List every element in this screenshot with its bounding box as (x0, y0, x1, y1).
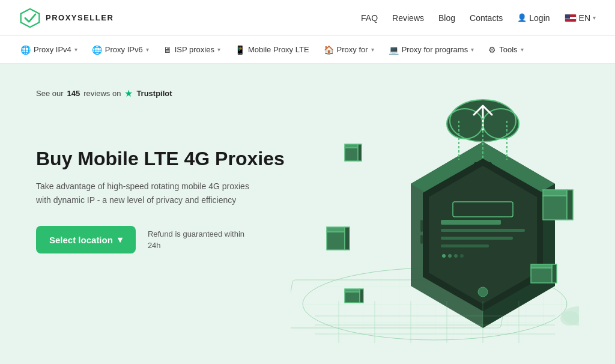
trustpilot-brand[interactable]: Trustpilot (136, 89, 172, 98)
svg-rect-28 (345, 227, 350, 250)
desktop-icon: 💻 (389, 45, 399, 55)
svg-rect-16 (420, 235, 423, 244)
faq-link[interactable]: FAQ (361, 13, 378, 23)
hero-content: Buy Mobile LTE 4G Proxies Take advantage… (36, 147, 288, 253)
svg-point-11 (460, 254, 464, 258)
svg-rect-35 (345, 292, 360, 303)
svg-rect-33 (552, 264, 557, 283)
svg-rect-4 (441, 220, 501, 225)
chevron-icon: ▾ (471, 46, 474, 53)
reviews-link[interactable]: Reviews (392, 13, 424, 23)
svg-rect-34 (531, 264, 552, 268)
chevron-icon: ▾ (371, 46, 374, 53)
refund-text: Refund is guaranteed within 24h (148, 228, 244, 252)
hero-illustration (291, 88, 579, 348)
chevron-icon: ▾ (146, 46, 149, 53)
hero-title: Buy Mobile LTE 4G Proxies (36, 147, 288, 170)
chevron-icon: ▾ (521, 46, 524, 53)
home-icon: 🏠 (324, 45, 334, 55)
svg-point-10 (454, 254, 458, 258)
nav-proxy-programs[interactable]: 💻 Proxy for programs ▾ (383, 41, 480, 58)
trustpilot-suffix: reviews on (83, 89, 121, 98)
language-selector[interactable]: EN ▾ (565, 13, 596, 23)
svg-marker-0 (21, 8, 40, 27)
svg-point-39 (560, 311, 579, 326)
hero-section: See our 145 reviews on ★ Trustpilot Buy … (0, 64, 615, 364)
server-icon: 🖥 (163, 45, 172, 55)
svg-rect-31 (567, 190, 573, 220)
mobile-proxy-illustration (291, 88, 579, 346)
svg-rect-30 (543, 190, 567, 196)
site-header: PROXYSELLER FAQ Reviews Blog Contacts 👤 … (0, 0, 615, 36)
svg-rect-7 (441, 244, 489, 247)
tools-icon: ⚙ (488, 45, 496, 55)
nav-proxy-ipv6[interactable]: 🌐 Proxy IPv6 ▾ (86, 41, 155, 58)
trustpilot-prefix: See our (36, 89, 64, 98)
svg-rect-43 (358, 144, 362, 161)
mobile-icon: 📱 (235, 45, 245, 55)
svg-point-9 (448, 254, 452, 258)
main-navbar: 🌐 Proxy IPv4 ▾ 🌐 Proxy IPv6 ▾ 🖥 ISP prox… (0, 36, 615, 64)
chevron-icon: ▾ (217, 46, 220, 53)
logo-icon (19, 7, 41, 29)
contacts-link[interactable]: Contacts (470, 13, 503, 23)
svg-rect-36 (360, 289, 363, 303)
svg-rect-42 (345, 144, 358, 148)
chevron-down-icon: ▾ (118, 234, 123, 245)
logo-text: PROXYSELLER (46, 13, 114, 22)
blog-link[interactable]: Blog (438, 13, 455, 23)
nav-isp-proxies[interactable]: 🖥 ISP proxies ▾ (157, 41, 226, 58)
svg-point-13 (478, 287, 488, 297)
globe-icon: 🌐 (92, 45, 102, 55)
svg-rect-14 (474, 162, 492, 166)
svg-rect-26 (327, 232, 345, 250)
select-location-button[interactable]: Select location ▾ (36, 226, 136, 253)
logo[interactable]: PROXYSELLER (19, 7, 114, 29)
hero-actions: Select location ▾ Refund is guaranteed w… (36, 226, 288, 253)
chevron-icon: ▾ (74, 46, 77, 53)
svg-rect-41 (345, 148, 358, 161)
svg-rect-15 (420, 220, 423, 232)
chevron-down-icon: ▾ (593, 14, 596, 21)
trustpilot-count: 145 (67, 89, 80, 98)
svg-rect-6 (441, 237, 513, 240)
svg-rect-29 (543, 196, 567, 220)
svg-rect-32 (531, 268, 552, 283)
flag-icon (565, 14, 577, 22)
hero-description: Take advantage of high-speed rotating mo… (36, 180, 252, 207)
nav-tools[interactable]: ⚙ Tools ▾ (482, 41, 529, 58)
nav-proxy-ipv4[interactable]: 🌐 Proxy IPv4 ▾ (14, 41, 83, 58)
header-nav: FAQ Reviews Blog Contacts 👤 Login EN ▾ (361, 13, 596, 23)
nav-proxy-for[interactable]: 🏠 Proxy for ▾ (318, 41, 380, 58)
svg-rect-5 (441, 229, 525, 232)
person-icon: 👤 (517, 13, 527, 22)
svg-rect-37 (345, 289, 360, 292)
trustpilot-star-icon: ★ (124, 88, 133, 99)
svg-rect-27 (327, 227, 345, 232)
svg-point-8 (442, 254, 446, 258)
nav-mobile-lte[interactable]: 📱 Mobile Proxy LTE (229, 41, 315, 58)
login-button[interactable]: 👤 Login (517, 13, 550, 23)
globe-icon: 🌐 (20, 45, 31, 55)
